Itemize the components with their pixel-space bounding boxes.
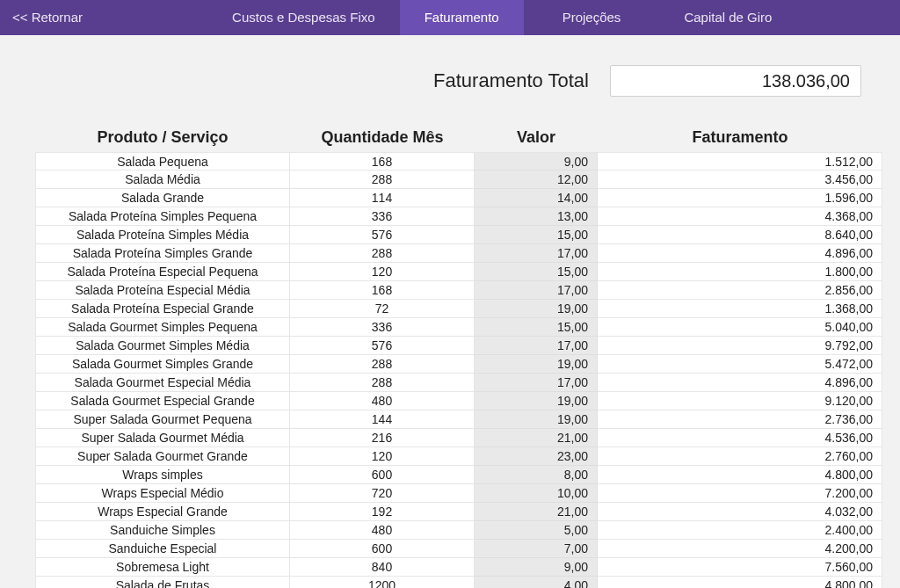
- cell-qtd: 72: [290, 300, 475, 318]
- cell-faturamento: 9.792,00: [598, 337, 882, 355]
- cell-faturamento: 4.200,00: [598, 540, 882, 558]
- cell-valor: 15,00: [475, 226, 598, 244]
- tab-faturamento[interactable]: Faturamento: [400, 0, 524, 35]
- cell-qtd: 114: [290, 189, 475, 207]
- cell-faturamento: 4.032,00: [598, 503, 882, 521]
- table-row: Sanduiche Simples4805,002.400,00: [35, 521, 882, 540]
- faturamento-table: Produto / Serviço Quantidade Mês Valor F…: [35, 128, 882, 588]
- table-row: Wraps simples6008,004.800,00: [35, 466, 882, 484]
- cell-faturamento: 2.736,00: [598, 410, 882, 429]
- cell-valor: 9,00: [475, 152, 598, 171]
- cell-qtd: 120: [290, 447, 475, 466]
- table-row: Salada Média28812,003.456,00: [35, 171, 882, 189]
- table-row: Super Salada Gourmet Pequena14419,002.73…: [35, 410, 882, 429]
- cell-faturamento: 7.200,00: [598, 484, 882, 503]
- table-row: Salada Proteína Simples Pequena33613,004…: [35, 207, 882, 226]
- cell-faturamento: 8.640,00: [598, 226, 882, 244]
- cell-produto: Wraps simples: [35, 466, 290, 484]
- cell-faturamento: 1.368,00: [598, 300, 882, 318]
- summary-row: Faturamento Total 138.036,00: [0, 65, 900, 97]
- tab-bar: << Retornar Custos e Despesas Fixo Fatur…: [0, 0, 900, 35]
- cell-valor: 17,00: [475, 281, 598, 300]
- cell-qtd: 168: [290, 152, 475, 171]
- table-row: Salada Grande11414,001.596,00: [35, 189, 882, 207]
- cell-faturamento: 2.400,00: [598, 521, 882, 540]
- cell-qtd: 144: [290, 410, 475, 429]
- cell-produto: Salada Média: [35, 171, 290, 189]
- cell-faturamento: 4.896,00: [598, 244, 882, 263]
- cell-valor: 7,00: [475, 540, 598, 558]
- cell-qtd: 336: [290, 207, 475, 226]
- cell-faturamento: 5.472,00: [598, 355, 882, 374]
- table-row: Salada Proteína Especial Grande7219,001.…: [35, 300, 882, 318]
- cell-qtd: 288: [290, 374, 475, 392]
- cell-qtd: 1200: [290, 577, 475, 588]
- table-row: Salada de Frutas12004,004.800,00: [35, 577, 882, 588]
- cell-qtd: 288: [290, 355, 475, 374]
- cell-valor: 4,00: [475, 577, 598, 588]
- cell-valor: 17,00: [475, 374, 598, 392]
- cell-faturamento: 1.596,00: [598, 189, 882, 207]
- cell-produto: Salada Proteína Especial Média: [35, 281, 290, 300]
- cell-valor: 8,00: [475, 466, 598, 484]
- cell-qtd: 480: [290, 392, 475, 410]
- cell-valor: 10,00: [475, 484, 598, 503]
- header-valor: Valor: [475, 128, 598, 147]
- cell-valor: 13,00: [475, 207, 598, 226]
- cell-produto: Salada Gourmet Simples Grande: [35, 355, 290, 374]
- cell-valor: 14,00: [475, 189, 598, 207]
- cell-qtd: 168: [290, 281, 475, 300]
- cell-valor: 23,00: [475, 447, 598, 466]
- cell-produto: Super Salada Gourmet Média: [35, 429, 290, 447]
- cell-produto: Sanduiche Simples: [35, 521, 290, 540]
- cell-valor: 21,00: [475, 429, 598, 447]
- cell-produto: Salada Proteína Simples Pequena: [35, 207, 290, 226]
- table-row: Super Salada Gourmet Média21621,004.536,…: [35, 429, 882, 447]
- cell-faturamento: 5.040,00: [598, 318, 882, 337]
- cell-qtd: 600: [290, 540, 475, 558]
- tab-return[interactable]: << Retornar: [0, 0, 102, 35]
- table-row: Salada Gourmet Especial Média28817,004.8…: [35, 374, 882, 392]
- cell-produto: Wraps Especial Médio: [35, 484, 290, 503]
- cell-qtd: 288: [290, 171, 475, 189]
- cell-faturamento: 2.856,00: [598, 281, 882, 300]
- table-row: Salada Pequena1689,001.512,00: [35, 152, 882, 171]
- total-label: Faturamento Total: [433, 69, 589, 92]
- cell-qtd: 720: [290, 484, 475, 503]
- cell-valor: 21,00: [475, 503, 598, 521]
- cell-produto: Salada Proteína Especial Grande: [35, 300, 290, 318]
- cell-faturamento: 4.896,00: [598, 374, 882, 392]
- cell-produto: Salada Proteína Simples Média: [35, 226, 290, 244]
- cell-faturamento: 4.800,00: [598, 577, 882, 588]
- cell-faturamento: 3.456,00: [598, 171, 882, 189]
- cell-qtd: 120: [290, 263, 475, 281]
- table-row: Salada Gourmet Especial Grande48019,009.…: [35, 392, 882, 410]
- cell-valor: 15,00: [475, 318, 598, 337]
- table-row: Sobremesa Light8409,007.560,00: [35, 558, 882, 577]
- table-row: Sanduiche Especial6007,004.200,00: [35, 540, 882, 558]
- tab-custos[interactable]: Custos e Despesas Fixo: [207, 0, 400, 35]
- table-row: Wraps Especial Grande19221,004.032,00: [35, 503, 882, 521]
- cell-qtd: 840: [290, 558, 475, 577]
- cell-valor: 19,00: [475, 355, 598, 374]
- cell-valor: 19,00: [475, 300, 598, 318]
- cell-qtd: 576: [290, 226, 475, 244]
- cell-produto: Salada Grande: [35, 189, 290, 207]
- cell-qtd: 480: [290, 521, 475, 540]
- cell-valor: 15,00: [475, 263, 598, 281]
- cell-faturamento: 4.368,00: [598, 207, 882, 226]
- cell-qtd: 576: [290, 337, 475, 355]
- table-row: Salada Gourmet Simples Grande28819,005.4…: [35, 355, 882, 374]
- cell-faturamento: 7.560,00: [598, 558, 882, 577]
- table-row: Salada Proteína Especial Pequena12015,00…: [35, 263, 882, 281]
- header-produto: Produto / Serviço: [35, 128, 290, 147]
- table-headers: Produto / Serviço Quantidade Mês Valor F…: [35, 128, 882, 152]
- cell-produto: Salada Proteína Simples Grande: [35, 244, 290, 263]
- cell-produto: Super Salada Gourmet Grande: [35, 447, 290, 466]
- cell-valor: 17,00: [475, 337, 598, 355]
- tab-projecoes[interactable]: Projeções: [524, 0, 660, 35]
- cell-produto: Salada Gourmet Simples Média: [35, 337, 290, 355]
- tab-capital[interactable]: Capital de Giro: [659, 0, 796, 35]
- cell-qtd: 336: [290, 318, 475, 337]
- total-value[interactable]: 138.036,00: [610, 65, 861, 97]
